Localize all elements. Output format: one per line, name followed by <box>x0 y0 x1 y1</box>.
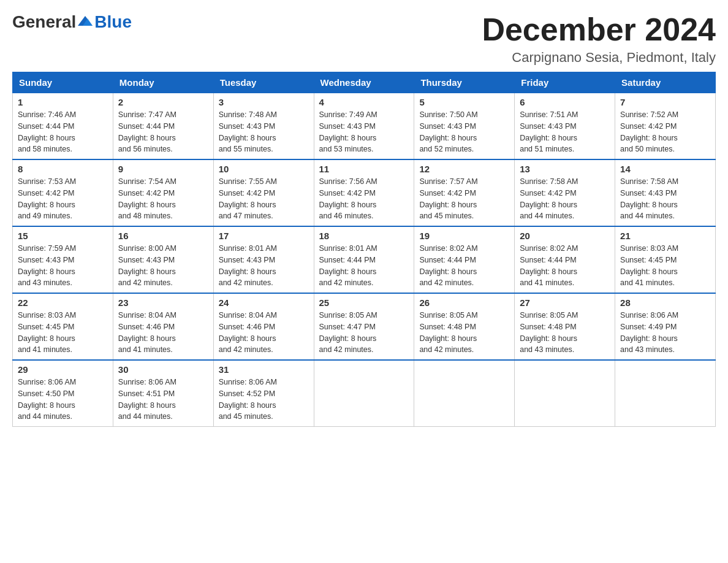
calendar-cell: 16 Sunrise: 8:00 AM Sunset: 4:43 PM Dayl… <box>113 226 213 293</box>
column-header-friday: Friday <box>515 72 615 93</box>
page-header: General Blue December 2024 Carpignano Se… <box>12 12 716 66</box>
day-number: 11 <box>319 164 409 174</box>
calendar-cell: 8 Sunrise: 7:53 AM Sunset: 4:42 PM Dayli… <box>13 159 113 226</box>
day-info: Sunrise: 8:06 AM Sunset: 4:52 PM Dayligh… <box>219 378 277 421</box>
day-number: 20 <box>520 231 610 241</box>
calendar-cell: 10 Sunrise: 7:55 AM Sunset: 4:42 PM Dayl… <box>213 159 314 226</box>
calendar-cell <box>314 360 414 427</box>
day-number: 17 <box>219 231 309 241</box>
day-number: 1 <box>18 97 108 107</box>
calendar-week-row: 8 Sunrise: 7:53 AM Sunset: 4:42 PM Dayli… <box>13 159 716 226</box>
day-info: Sunrise: 7:48 AM Sunset: 4:43 PM Dayligh… <box>219 110 277 153</box>
calendar-cell: 29 Sunrise: 8:06 AM Sunset: 4:50 PM Dayl… <box>13 360 113 427</box>
day-number: 31 <box>219 364 309 375</box>
calendar-cell: 23 Sunrise: 8:04 AM Sunset: 4:46 PM Dayl… <box>113 293 213 360</box>
calendar-cell: 30 Sunrise: 8:06 AM Sunset: 4:51 PM Dayl… <box>113 360 213 427</box>
day-number: 27 <box>520 297 610 308</box>
calendar-cell: 4 Sunrise: 7:49 AM Sunset: 4:43 PM Dayli… <box>314 93 414 160</box>
calendar-cell: 1 Sunrise: 7:46 AM Sunset: 4:44 PM Dayli… <box>13 93 113 160</box>
day-number: 4 <box>319 97 409 107</box>
day-number: 9 <box>118 164 208 174</box>
day-info: Sunrise: 8:00 AM Sunset: 4:43 PM Dayligh… <box>118 244 176 287</box>
column-header-tuesday: Tuesday <box>213 72 314 93</box>
day-info: Sunrise: 8:06 AM Sunset: 4:49 PM Dayligh… <box>620 311 678 354</box>
day-number: 14 <box>620 164 710 174</box>
logo-icon <box>77 13 94 31</box>
day-info: Sunrise: 8:01 AM Sunset: 4:44 PM Dayligh… <box>319 244 377 287</box>
calendar-cell: 19 Sunrise: 8:02 AM Sunset: 4:44 PM Dayl… <box>414 226 515 293</box>
logo: General Blue <box>12 12 132 32</box>
day-info: Sunrise: 8:04 AM Sunset: 4:46 PM Dayligh… <box>118 311 176 354</box>
column-header-wednesday: Wednesday <box>314 72 414 93</box>
day-info: Sunrise: 8:02 AM Sunset: 4:44 PM Dayligh… <box>419 244 477 287</box>
calendar-table: SundayMondayTuesdayWednesdayThursdayFrid… <box>12 72 716 427</box>
day-info: Sunrise: 8:03 AM Sunset: 4:45 PM Dayligh… <box>620 244 678 287</box>
month-title: December 2024 <box>482 12 716 47</box>
calendar-cell: 20 Sunrise: 8:02 AM Sunset: 4:44 PM Dayl… <box>515 226 615 293</box>
calendar-cell: 25 Sunrise: 8:05 AM Sunset: 4:47 PM Dayl… <box>314 293 414 360</box>
day-info: Sunrise: 8:03 AM Sunset: 4:45 PM Dayligh… <box>18 311 76 354</box>
calendar-cell: 6 Sunrise: 7:51 AM Sunset: 4:43 PM Dayli… <box>515 93 615 160</box>
day-info: Sunrise: 7:58 AM Sunset: 4:42 PM Dayligh… <box>520 177 578 220</box>
day-number: 12 <box>419 164 509 174</box>
day-number: 26 <box>419 297 509 308</box>
day-info: Sunrise: 8:05 AM Sunset: 4:47 PM Dayligh… <box>319 311 377 354</box>
day-info: Sunrise: 7:57 AM Sunset: 4:42 PM Dayligh… <box>419 177 477 220</box>
day-info: Sunrise: 7:55 AM Sunset: 4:42 PM Dayligh… <box>219 177 277 220</box>
calendar-week-row: 1 Sunrise: 7:46 AM Sunset: 4:44 PM Dayli… <box>13 93 716 160</box>
day-info: Sunrise: 8:01 AM Sunset: 4:43 PM Dayligh… <box>219 244 277 287</box>
day-number: 7 <box>620 97 710 107</box>
day-number: 13 <box>520 164 610 174</box>
calendar-cell: 14 Sunrise: 7:58 AM Sunset: 4:43 PM Dayl… <box>615 159 716 226</box>
column-header-thursday: Thursday <box>414 72 515 93</box>
calendar-week-row: 29 Sunrise: 8:06 AM Sunset: 4:50 PM Dayl… <box>13 360 716 427</box>
calendar-cell: 7 Sunrise: 7:52 AM Sunset: 4:42 PM Dayli… <box>615 93 716 160</box>
day-number: 16 <box>118 231 208 241</box>
calendar-cell: 3 Sunrise: 7:48 AM Sunset: 4:43 PM Dayli… <box>213 93 314 160</box>
day-info: Sunrise: 7:56 AM Sunset: 4:42 PM Dayligh… <box>319 177 377 220</box>
day-info: Sunrise: 8:06 AM Sunset: 4:50 PM Dayligh… <box>18 378 76 421</box>
calendar-cell: 27 Sunrise: 8:05 AM Sunset: 4:48 PM Dayl… <box>515 293 615 360</box>
day-info: Sunrise: 7:52 AM Sunset: 4:42 PM Dayligh… <box>620 110 678 153</box>
location-subtitle: Carpignano Sesia, Piedmont, Italy <box>482 50 716 66</box>
calendar-cell <box>414 360 515 427</box>
day-number: 29 <box>18 364 108 375</box>
column-header-sunday: Sunday <box>13 72 113 93</box>
day-number: 10 <box>219 164 309 174</box>
day-number: 21 <box>620 231 710 241</box>
day-number: 15 <box>18 231 108 241</box>
day-info: Sunrise: 7:50 AM Sunset: 4:43 PM Dayligh… <box>419 110 477 153</box>
calendar-cell: 24 Sunrise: 8:04 AM Sunset: 4:46 PM Dayl… <box>213 293 314 360</box>
column-header-saturday: Saturday <box>615 72 716 93</box>
calendar-cell: 5 Sunrise: 7:50 AM Sunset: 4:43 PM Dayli… <box>414 93 515 160</box>
calendar-cell: 26 Sunrise: 8:05 AM Sunset: 4:48 PM Dayl… <box>414 293 515 360</box>
day-info: Sunrise: 7:49 AM Sunset: 4:43 PM Dayligh… <box>319 110 377 153</box>
day-number: 5 <box>419 97 509 107</box>
day-info: Sunrise: 8:05 AM Sunset: 4:48 PM Dayligh… <box>520 311 578 354</box>
calendar-cell: 31 Sunrise: 8:06 AM Sunset: 4:52 PM Dayl… <box>213 360 314 427</box>
calendar-cell <box>615 360 716 427</box>
calendar-title-area: December 2024 Carpignano Sesia, Piedmont… <box>482 12 716 66</box>
day-number: 24 <box>219 297 309 308</box>
day-info: Sunrise: 8:05 AM Sunset: 4:48 PM Dayligh… <box>419 311 477 354</box>
day-info: Sunrise: 8:04 AM Sunset: 4:46 PM Dayligh… <box>219 311 277 354</box>
logo-blue-text: Blue <box>94 12 132 32</box>
calendar-cell: 28 Sunrise: 8:06 AM Sunset: 4:49 PM Dayl… <box>615 293 716 360</box>
day-number: 23 <box>118 297 208 308</box>
day-info: Sunrise: 7:53 AM Sunset: 4:42 PM Dayligh… <box>18 177 76 220</box>
calendar-cell: 12 Sunrise: 7:57 AM Sunset: 4:42 PM Dayl… <box>414 159 515 226</box>
calendar-header-row: SundayMondayTuesdayWednesdayThursdayFrid… <box>13 72 716 93</box>
day-number: 3 <box>219 97 309 107</box>
calendar-week-row: 22 Sunrise: 8:03 AM Sunset: 4:45 PM Dayl… <box>13 293 716 360</box>
calendar-cell: 21 Sunrise: 8:03 AM Sunset: 4:45 PM Dayl… <box>615 226 716 293</box>
day-number: 18 <box>319 231 409 241</box>
day-info: Sunrise: 7:47 AM Sunset: 4:44 PM Dayligh… <box>118 110 176 153</box>
calendar-cell <box>515 360 615 427</box>
column-header-monday: Monday <box>113 72 213 93</box>
calendar-cell: 15 Sunrise: 7:59 AM Sunset: 4:43 PM Dayl… <box>13 226 113 293</box>
calendar-cell: 17 Sunrise: 8:01 AM Sunset: 4:43 PM Dayl… <box>213 226 314 293</box>
day-number: 30 <box>118 364 208 375</box>
calendar-cell: 13 Sunrise: 7:58 AM Sunset: 4:42 PM Dayl… <box>515 159 615 226</box>
logo-general-text: General <box>12 12 76 32</box>
day-info: Sunrise: 7:46 AM Sunset: 4:44 PM Dayligh… <box>18 110 76 153</box>
